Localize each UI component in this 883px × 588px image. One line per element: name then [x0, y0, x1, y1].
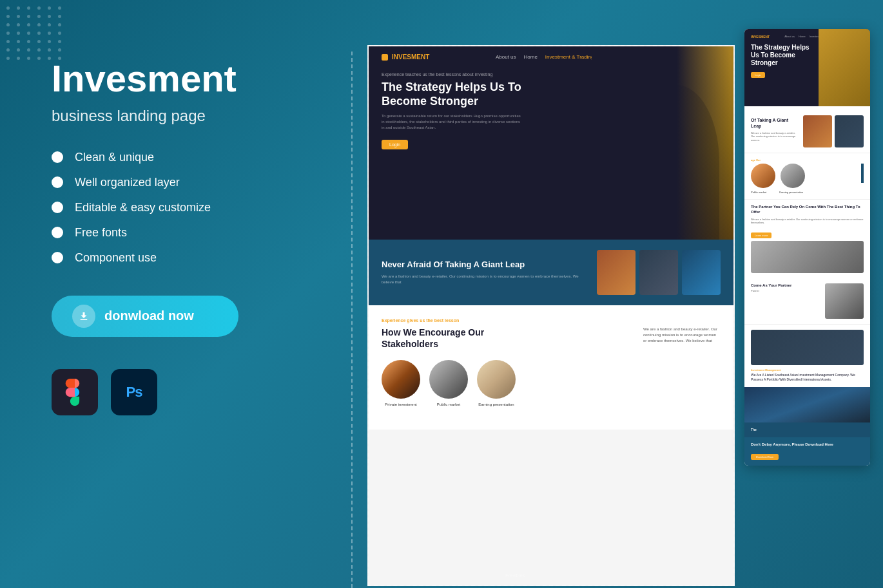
main-preview: INVESMENT About us Home Investment & Tra…	[367, 45, 735, 586]
circle-private: Private investment	[382, 360, 420, 406]
section-leap: Never Afraid Of Taking A Giant Leap We a…	[369, 240, 733, 305]
sp-listed-img	[751, 330, 864, 365]
feature-fonts: Free fonts	[52, 226, 329, 240]
sp-encourage-inner: Public market Earning presentation	[751, 164, 864, 194]
download-button[interactable]: donwload now	[52, 296, 238, 337]
nav-investment: Investment & Trading	[545, 54, 594, 60]
sp-hero: INVESMENT About us Home Investment & Tra…	[744, 29, 870, 106]
stakeholders-left: How We Encourage Our Stakeholders Privat…	[382, 327, 633, 417]
leap-img-3	[682, 250, 721, 295]
sp-hero-cta[interactable]: Login	[751, 72, 765, 78]
ps-text: Ps	[126, 384, 142, 401]
bullet-5	[52, 252, 63, 263]
sp-encourage-tag: age Our	[751, 158, 864, 162]
feature-clean: Clean & unique	[52, 151, 329, 164]
circle-label-public: Public market	[429, 403, 468, 406]
sp-dl-title: Don't Delay Anymore, Please Download Her…	[751, 442, 864, 446]
bullet-1	[52, 151, 63, 163]
sp-come-desc: Partner	[751, 289, 820, 292]
sp-city-img	[744, 387, 870, 422]
hero-cta-btn[interactable]: Login	[382, 140, 408, 149]
feature-components-label: Component use	[75, 251, 157, 265]
bottom-label: Freebies	[505, 573, 525, 578]
sp-partner-cta[interactable]: Learn more	[751, 232, 771, 238]
sp-divider	[861, 164, 864, 183]
sp-taking: Of Taking A Giant Leap We are a fashion …	[744, 106, 870, 153]
feature-editable: Editable & easy customize	[52, 201, 329, 214]
sp-come-img	[825, 283, 864, 319]
sp-come-title: Come As Your Partner	[751, 283, 820, 287]
circle-label-private: Private investment	[382, 403, 420, 406]
sp-come-content: Come As Your Partner Partner	[751, 283, 820, 319]
sp-encourage-content: Public market Earning presentation	[751, 164, 856, 194]
feature-editable-label: Editable & easy customize	[75, 201, 211, 214]
sp-come-as: Come As Your Partner Partner	[744, 278, 870, 324]
circle-img-public	[429, 360, 468, 399]
left-panel: Invesment business landing page Clean & …	[52, 58, 329, 415]
dashed-separator	[351, 52, 353, 588]
sp-circle-label2: Earning presentation	[779, 191, 803, 194]
main-title: Invesment	[52, 58, 329, 99]
leap-images	[597, 250, 721, 295]
sp-taking-title: Of Taking A Giant Leap	[751, 117, 798, 129]
tool-icons: Ps	[52, 369, 329, 415]
sp-download-banner: Don't Delay Anymore, Please Download Her…	[744, 437, 870, 466]
logo-text: INVESMENT	[392, 53, 429, 61]
leap-img-1	[597, 250, 636, 295]
sp-hero-img	[819, 29, 870, 106]
sp-highlight-text: The	[751, 428, 864, 432]
sp-partner-desc: We are a fashion and beauty e-retailer. …	[751, 218, 864, 225]
figma-icon	[52, 369, 98, 415]
download-icon	[72, 305, 95, 328]
circle-img-private	[382, 360, 420, 399]
sp-listed-tag: Investment Management	[751, 368, 864, 372]
sp-circles	[751, 164, 856, 188]
subtitle: business landing page	[52, 107, 329, 125]
sp-partner-img	[751, 241, 864, 273]
preview-logo: INVESMENT	[382, 53, 429, 61]
nav-home: Home	[524, 54, 538, 60]
sp-nav-home: Home	[799, 35, 806, 38]
sp-listed-desc: We Are A Listed Southeast Asian Investme…	[751, 373, 864, 382]
bullet-2	[52, 176, 63, 188]
circle-icons: Private investment Public market Earning…	[382, 360, 633, 406]
leap-img-2	[639, 250, 678, 295]
feature-components: Component use	[52, 251, 329, 265]
leap-title: Never Afraid Of Taking A Giant Leap	[382, 260, 587, 270]
dot-grid-top-left: (function() { const grid = document.quer…	[6, 6, 63, 60]
sp-taking-img1	[803, 115, 832, 147]
stakeholders-title: How We Encourage Our Stakeholders	[382, 327, 510, 350]
photoshop-icon: Ps	[111, 369, 157, 415]
sp-highlight: The	[744, 422, 870, 437]
sp-circle-label1: Public market	[751, 191, 766, 194]
feature-layers-label: Well organized layer	[75, 176, 180, 189]
bullet-3	[52, 202, 63, 213]
sp-dl-btn[interactable]: Download Now	[751, 454, 779, 460]
hero-image	[592, 46, 733, 240]
sp-circle2	[781, 164, 805, 188]
feature-fonts-label: Free fonts	[75, 226, 127, 240]
sp-hero-title: The Strategy Helps Us To Become Stronger	[751, 44, 815, 67]
leap-content: Never Afraid Of Taking A Giant Leap We a…	[382, 260, 587, 286]
logo-dot	[382, 54, 388, 61]
sp-encourage: age Our Public market Earning presentati…	[744, 153, 870, 200]
hero-title: The Strategy Helps Us To Become Stronger	[382, 81, 523, 108]
circle-public: Public market	[429, 360, 468, 406]
section-stakeholders: Experience gives us the best lesson How …	[369, 305, 733, 430]
features-list: Clean & unique Well organized layer Edit…	[52, 151, 329, 265]
circle-img-earning	[477, 360, 516, 399]
bullet-4	[52, 227, 63, 238]
sp-taking-content: Of Taking A Giant Leap We are a fashion …	[751, 117, 798, 142]
feature-layers: Well organized layer	[52, 176, 329, 189]
sp-city-overlay	[744, 387, 870, 422]
nav-about: About us	[496, 54, 516, 60]
download-button-label: donwload now	[104, 308, 194, 323]
sp-taking-desc: We are a fashion and beauty e-retailer. …	[751, 131, 798, 142]
stakeholders-tag: Experience gives us the best lesson	[382, 318, 721, 323]
sp-circle1	[751, 164, 775, 188]
sp-partner-title: The Partner You Can Rely On Come With Th…	[751, 205, 864, 215]
circle-label-earning: Earning presentation	[477, 403, 516, 406]
preview-hero: INVESMENT About us Home Investment & Tra…	[369, 46, 733, 240]
side-preview: INVESMENT About us Home Investment & Tra…	[744, 29, 870, 466]
stakeholders-right: We are a fashion and beauty e-retailer. …	[643, 327, 721, 344]
